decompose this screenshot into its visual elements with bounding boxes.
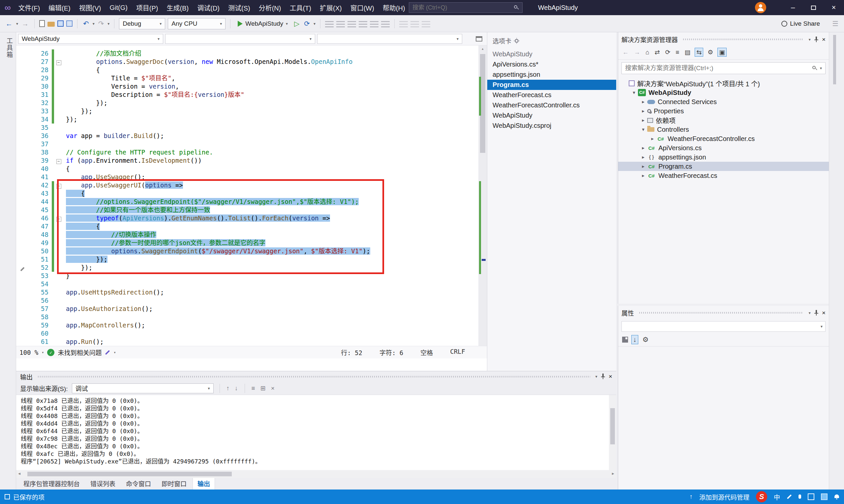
menu-item[interactable]: 工具(T) [285, 0, 315, 15]
scroll-up-icon[interactable]: ▴ [478, 46, 487, 51]
health-check-icon[interactable]: ✓ [47, 349, 54, 356]
code-line[interactable]: 44 //options.SwaggerEndpoint($"/swagger/… [16, 198, 487, 206]
minimize-button[interactable]: – [783, 0, 803, 15]
code-line[interactable]: 46− typeof(ApiVersions).GetEnumNames().T… [16, 214, 487, 222]
expander-icon[interactable]: ▾ [639, 126, 647, 132]
previous-bookmark-icon[interactable] [411, 20, 419, 28]
tree-item[interactable]: ▾Controllers [618, 125, 829, 134]
code-line[interactable]: 50 options.SwaggerEndpoint($"/swagger/V1… [16, 247, 487, 255]
pin-icon[interactable] [814, 310, 819, 316]
code-line[interactable]: 61app.Run(); [16, 338, 487, 346]
toolbox-tab[interactable]: 工具箱 [5, 38, 14, 58]
fold-margin[interactable] [54, 165, 63, 173]
fold-margin[interactable] [54, 247, 63, 255]
menu-item[interactable]: 帮助(H) [378, 0, 410, 15]
code-line[interactable]: 27− options.SwaggerDoc(version, new Micr… [16, 58, 487, 66]
menu-item[interactable]: 调试(D) [193, 0, 224, 15]
code-line[interactable]: 51 }); [16, 255, 487, 264]
window-position-icon[interactable]: ▾ [809, 311, 811, 315]
breakpoint-margin[interactable] [16, 132, 29, 140]
caret-line-indicator[interactable]: 行: 52 [341, 348, 362, 357]
breakpoint-margin[interactable] [16, 206, 29, 214]
code-line[interactable]: 48 //切换版本操作 [16, 231, 487, 239]
output-text-area[interactable]: 线程 0x71a8 已退出，返回值为 0 (0x0)。线程 0x5df4 已退出… [16, 395, 616, 470]
ink-icon[interactable] [787, 494, 792, 499]
breakpoint-margin[interactable] [16, 49, 29, 58]
previous-message-icon[interactable]: ↑ [226, 385, 230, 392]
menu-item[interactable]: 文件(F) [14, 0, 45, 15]
hot-reload-dropdown-icon[interactable]: ▾ [313, 21, 315, 26]
code-line[interactable]: 33 }); [16, 107, 487, 115]
tree-item[interactable]: ▸{ }appsettings.json [618, 152, 829, 162]
breakpoint-margin[interactable] [16, 91, 29, 99]
scrollbar-thumb[interactable] [28, 472, 232, 476]
solution-search-input[interactable] [625, 65, 809, 72]
properties-icon[interactable]: ⚙ [707, 49, 714, 56]
breakpoint-margin[interactable] [16, 305, 29, 313]
forward-icon[interactable]: → [633, 49, 641, 56]
fold-margin[interactable] [54, 115, 63, 124]
undo-icon[interactable]: ↶ [82, 20, 90, 28]
fold-margin[interactable] [54, 272, 63, 280]
toggle-autoscroll-icon[interactable]: × [270, 385, 275, 392]
breakpoint-margin[interactable] [16, 140, 29, 148]
categorized-icon[interactable] [622, 337, 628, 343]
tree-item[interactable]: ▸依赖项 [618, 115, 829, 125]
type-dropdown[interactable]: ▾ [165, 34, 315, 44]
expander-icon[interactable]: ▸ [639, 108, 647, 114]
code-line[interactable]: 29 Title = $"项目名", [16, 74, 487, 82]
ime-mode-indicator[interactable]: 中 [774, 492, 780, 501]
menu-item[interactable]: 窗口(W) [346, 0, 378, 15]
close-panel-icon[interactable]: × [822, 36, 826, 43]
save-all-icon[interactable] [66, 20, 72, 27]
outdent-icon[interactable] [381, 20, 390, 28]
next-bookmark-icon[interactable] [422, 20, 430, 28]
breakpoint-margin[interactable] [16, 74, 29, 82]
fold-margin[interactable] [54, 198, 63, 206]
microphone-icon[interactable] [798, 494, 801, 499]
hot-reload-icon[interactable]: ⟳ [303, 20, 311, 28]
collapse-all-icon[interactable]: ≡ [674, 49, 680, 56]
expander-icon[interactable]: ▸ [639, 145, 647, 151]
breakpoint-margin[interactable] [16, 255, 29, 264]
fold-margin[interactable] [54, 190, 63, 198]
refresh-icon[interactable]: ⟳ [664, 49, 671, 56]
window-position-icon[interactable]: ▾ [809, 37, 811, 42]
fold-margin[interactable] [54, 239, 63, 247]
zoom-level-dropdown[interactable]: 100 % [19, 349, 38, 356]
tree-item[interactable]: ▸C#WeatherForecast.cs [618, 171, 829, 180]
tree-item[interactable]: ▸C#Program.cs [618, 162, 829, 171]
fold-margin[interactable] [54, 91, 63, 99]
tree-item[interactable]: 解决方案“WebApiStudy”(1 个项目/共 1 个) [618, 79, 829, 88]
breakpoint-margin[interactable] [16, 338, 29, 346]
new-file-icon[interactable] [39, 20, 45, 27]
code-line[interactable]: 43 { [16, 190, 487, 198]
feedback-icon[interactable]: ☰ [831, 20, 839, 28]
menu-item[interactable]: 项目(P) [132, 0, 162, 15]
navigate-back-icon[interactable]: ← [5, 20, 14, 28]
code-line[interactable]: 60 [16, 329, 487, 338]
fold-margin[interactable] [54, 264, 63, 272]
bottom-tab-active[interactable]: 输出 [192, 477, 215, 489]
toggle-bookmark-icon[interactable] [399, 20, 408, 28]
scroll-left-icon[interactable]: ◂ [18, 471, 20, 476]
fold-margin[interactable] [54, 206, 63, 214]
word-wrap-icon[interactable]: ⊞ [260, 384, 266, 392]
open-document-item[interactable]: WebApiStudy [487, 49, 616, 59]
fold-margin[interactable]: − [54, 181, 63, 190]
object-dropdown[interactable]: ▾ [621, 321, 826, 332]
breakpoint-margin[interactable] [16, 181, 29, 190]
open-document-item[interactable]: WeatherForecast.cs [487, 90, 616, 100]
redo-dropdown-icon[interactable]: ▾ [107, 21, 109, 26]
code-line[interactable]: 45 //如果只有一个版本也要和上方保持一致 [16, 206, 487, 214]
code-line[interactable]: 41 app.UseSwagger(); [16, 173, 487, 181]
code-line[interactable]: 32 }); [16, 99, 487, 107]
project-dropdown[interactable]: WebApiStudy▾ [18, 34, 163, 44]
alphabetical-icon[interactable]: ↓ [631, 335, 638, 344]
live-share-button[interactable]: Live Share [781, 20, 820, 28]
save-icon[interactable] [57, 20, 64, 27]
code-line[interactable]: 28 { [16, 66, 487, 74]
fold-margin[interactable] [54, 124, 63, 132]
fold-margin[interactable] [54, 82, 63, 91]
solution-platforms-dropdown[interactable]: Any CPU▾ [168, 18, 225, 29]
